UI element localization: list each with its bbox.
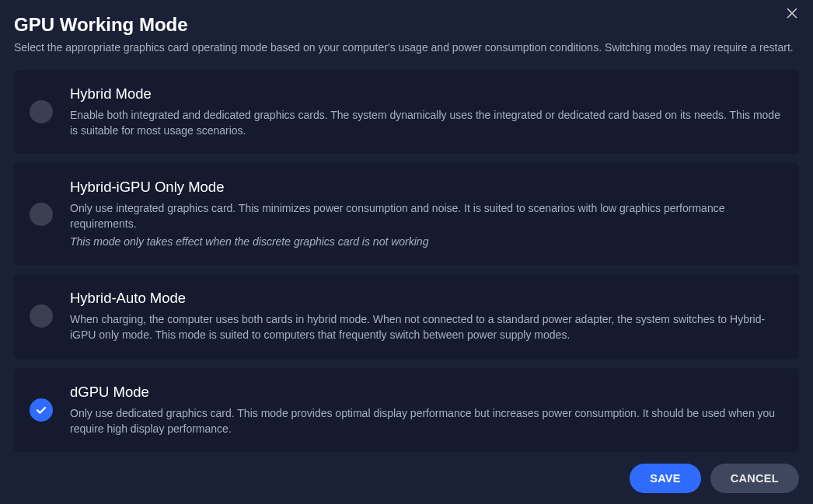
option-title: Hybrid-Auto Mode: [70, 290, 782, 307]
option-dgpu[interactable]: dGPU Mode Only use dedicated graphics ca…: [14, 368, 799, 453]
dialog-subtitle: Select the appropriate graphics card ope…: [14, 40, 799, 56]
radio-hybrid-auto[interactable]: [30, 304, 53, 328]
checkmark-icon: [35, 404, 47, 416]
option-hybrid-auto[interactable]: Hybrid-Auto Mode When charging, the comp…: [14, 274, 799, 359]
option-title: Hybrid-iGPU Only Mode: [70, 179, 782, 196]
close-button[interactable]: [787, 8, 802, 23]
option-desc: Only use dedicated graphics card. This m…: [70, 405, 782, 437]
option-body: dGPU Mode Only use dedicated graphics ca…: [70, 384, 782, 437]
save-button[interactable]: SAVE: [630, 464, 701, 493]
dialog-header: GPU Working Mode Select the appropriate …: [14, 14, 799, 56]
gpu-mode-dialog: GPU Working Mode Select the appropriate …: [0, 0, 813, 504]
radio-hybrid[interactable]: [30, 100, 53, 123]
dialog-title: GPU Working Mode: [14, 14, 799, 36]
option-hybrid-igpu[interactable]: Hybrid-iGPU Only Mode Only use integrate…: [14, 163, 799, 265]
option-body: Hybrid-iGPU Only Mode Only use integrate…: [70, 179, 782, 249]
option-desc: Only use integrated graphics card. This …: [70, 200, 782, 232]
option-desc: Enable both integrated and dedicated gra…: [70, 107, 782, 139]
options-list: Hybrid Mode Enable both integrated and d…: [14, 70, 799, 453]
dialog-footer: SAVE CANCEL: [630, 464, 799, 493]
cancel-button[interactable]: CANCEL: [710, 464, 799, 493]
option-desc: When charging, the computer uses both ca…: [70, 311, 782, 343]
option-note: This mode only takes effect when the dis…: [70, 234, 782, 249]
option-body: Hybrid-Auto Mode When charging, the comp…: [70, 290, 782, 343]
option-title: Hybrid Mode: [70, 85, 782, 103]
option-hybrid[interactable]: Hybrid Mode Enable both integrated and d…: [14, 70, 799, 155]
close-icon: [787, 8, 797, 19]
option-body: Hybrid Mode Enable both integrated and d…: [70, 85, 782, 139]
option-title: dGPU Mode: [70, 384, 782, 401]
radio-hybrid-igpu[interactable]: [30, 203, 53, 226]
radio-dgpu[interactable]: [30, 398, 53, 422]
